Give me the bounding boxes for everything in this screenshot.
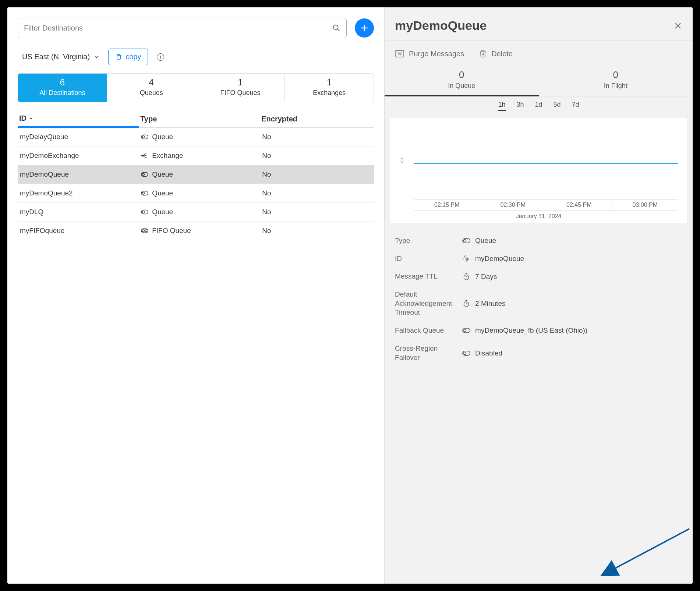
cell-encrypted: No <box>260 128 374 146</box>
svg-line-40 <box>603 529 689 575</box>
stat-count: 6 <box>60 77 65 88</box>
svg-point-20 <box>145 230 147 232</box>
prop-type-label: Type <box>395 236 457 245</box>
col-header-id[interactable]: ID <box>18 110 139 128</box>
prop-ttl-value: 7 Days <box>475 273 682 281</box>
stat-exchanges[interactable]: 1Exchanges <box>285 74 374 102</box>
cell-type: Exchange <box>152 152 183 160</box>
chart-x-tick: 02:30 PM <box>480 199 546 210</box>
prop-fallback-label: Fallback Queue <box>395 326 457 335</box>
detail-title: myDemoQueue <box>395 18 487 33</box>
time-opt-5d[interactable]: 5d <box>554 101 561 111</box>
exchange-icon <box>141 152 148 159</box>
queue-icon <box>462 328 471 333</box>
cell-encrypted: No <box>260 146 374 165</box>
stat-all-destinations[interactable]: 6All Destinations <box>18 74 107 102</box>
stat-queues[interactable]: 4Queues <box>107 74 196 102</box>
svg-point-37 <box>464 329 466 332</box>
table-row[interactable]: myDemoQueueQueueNo <box>18 165 374 184</box>
time-opt-7d[interactable]: 7d <box>572 101 579 111</box>
region-label: US East (N. Virginia) <box>22 53 90 61</box>
cell-encrypted: No <box>260 203 374 221</box>
queue-icon <box>141 191 148 196</box>
stat-fifo-queues[interactable]: 1FIFO Queues <box>196 74 285 102</box>
delete-button[interactable]: Delete <box>479 49 513 58</box>
queue-icon <box>462 351 471 356</box>
stopwatch-icon <box>462 273 471 281</box>
table-row[interactable]: myDemoQueue2QueueNo <box>18 184 374 203</box>
chart-x-tick: 02:15 PM <box>414 199 480 210</box>
cell-id: myDelayQueue <box>18 128 139 146</box>
chart-x-tick: 03:00 PM <box>612 199 678 210</box>
fifo-icon <box>141 228 148 233</box>
chart-series-line <box>414 163 678 164</box>
stat-count: 1 <box>238 77 243 88</box>
filter-input[interactable] <box>24 24 332 32</box>
close-icon[interactable] <box>674 21 682 30</box>
search-icon <box>332 24 340 32</box>
filter-input-wrap[interactable] <box>18 18 347 38</box>
svg-point-13 <box>142 173 145 176</box>
copy-label: copy <box>125 53 141 61</box>
cell-type: FIFO Queue <box>152 227 191 235</box>
queue-icon <box>141 172 148 177</box>
prop-fallback-value: myDemoQueue_fb (US East (Ohio)) <box>475 326 682 335</box>
stopwatch-icon <box>462 300 471 308</box>
clipboard-icon <box>115 53 122 61</box>
copy-button[interactable]: copy <box>108 49 148 65</box>
svg-point-19 <box>142 230 145 232</box>
prop-failover-label: Cross-Region Failover <box>395 344 457 362</box>
table-row[interactable]: myDemoExchangeExchangeNo <box>18 146 374 165</box>
cell-encrypted: No <box>260 222 374 240</box>
metric-in-queue[interactable]: 0 In Queue <box>385 67 538 96</box>
region-select[interactable]: US East (N. Virginia) <box>22 53 99 61</box>
add-button[interactable] <box>355 18 374 38</box>
cell-type: Queue <box>152 170 173 178</box>
stat-label: Queues <box>140 89 163 97</box>
fingerprint-icon <box>462 255 471 263</box>
info-icon[interactable]: i <box>157 53 164 61</box>
purge-button[interactable]: Purge Messages <box>395 50 464 58</box>
queue-icon <box>462 238 471 243</box>
time-opt-3h[interactable]: 3h <box>517 101 524 111</box>
purge-icon <box>395 50 404 58</box>
chevron-down-icon <box>93 54 99 60</box>
chart-x-tick: 02:45 PM <box>546 199 612 210</box>
chart: 0 02:15 PM02:30 PM02:45 PM03:00 PM Janua… <box>390 118 687 224</box>
col-header-type[interactable]: Type <box>139 110 260 127</box>
metric-in-flight[interactable]: 0 In Flight <box>539 67 693 96</box>
queue-icon <box>141 209 148 215</box>
annotation-arrow <box>595 527 691 582</box>
prop-ttl-label: Message TTL <box>395 272 457 281</box>
cell-id: myDemoQueue <box>18 165 139 184</box>
svg-point-29 <box>464 240 466 242</box>
time-picker: 1h3h1d5d7d <box>385 96 693 116</box>
sort-asc-icon <box>29 116 33 121</box>
chart-y-tick-0: 0 <box>400 158 404 164</box>
svg-point-8 <box>142 155 143 156</box>
prop-failover-value: Disabled <box>475 349 682 357</box>
prop-id-value: myDemoQueue <box>475 255 682 263</box>
prop-ack-value: 2 Minutes <box>475 300 682 308</box>
time-opt-1h[interactable]: 1h <box>498 101 505 111</box>
svg-point-17 <box>142 211 145 213</box>
table-row[interactable]: myDLQQueueNo <box>18 203 374 222</box>
svg-line-1 <box>337 29 340 31</box>
table-row[interactable]: myDelayQueueQueueNo <box>18 128 374 146</box>
cell-id: myDemoExchange <box>18 146 139 165</box>
stat-label: Exchanges <box>313 89 346 97</box>
prop-ack-label: Default Acknowledgement Timeout <box>395 290 457 317</box>
stat-count: 4 <box>149 77 153 88</box>
svg-point-7 <box>142 136 145 138</box>
stat-label: All Destinations <box>39 89 85 97</box>
cell-id: myFIFOqueue <box>18 222 139 240</box>
trash-icon <box>479 49 487 58</box>
col-header-encrypted[interactable]: Encrypted <box>260 110 374 127</box>
table-row[interactable]: myFIFOqueueFIFO QueueNo <box>18 222 374 240</box>
cell-type: Queue <box>152 189 173 197</box>
time-opt-1d[interactable]: 1d <box>535 101 542 111</box>
cell-id: myDemoQueue2 <box>18 184 139 202</box>
prop-id-label: ID <box>395 254 457 263</box>
cell-id: myDLQ <box>18 203 139 221</box>
cell-type: Queue <box>152 133 173 141</box>
